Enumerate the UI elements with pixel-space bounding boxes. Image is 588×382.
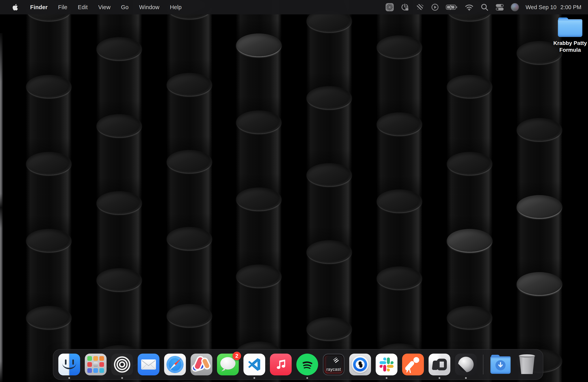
siri-icon[interactable] (511, 3, 519, 11)
cylinder-cap (517, 118, 562, 141)
cylinder-cap (26, 229, 71, 252)
dock-item-mail[interactable] (138, 354, 159, 375)
running-indicator (465, 377, 467, 379)
wifi-icon[interactable] (464, 3, 474, 11)
cylinder-cap (307, 317, 352, 340)
cylinder-cap (236, 110, 281, 133)
wallpaper-cylinder-column (236, 0, 281, 382)
running-indicator (439, 377, 441, 379)
cylinder-cap (447, 306, 492, 329)
menu-bar-right: Wed Sep 10 2:00 PM (386, 3, 581, 12)
cylinder-cap (236, 33, 281, 56)
cylinder-cap (447, 152, 492, 175)
cylinder-cap (377, 190, 422, 212)
menu-item-file[interactable]: File (53, 4, 73, 10)
cylinder-cap (236, 188, 281, 211)
cylinder-cap (26, 306, 71, 329)
folder-icon (558, 18, 582, 37)
power-lock-icon[interactable] (400, 3, 409, 12)
macos-desktop: { "menu_bar": { "active_app": "Finder", … (0, 0, 588, 382)
cylinder-cap (167, 150, 212, 173)
cylinder-cap (26, 152, 71, 175)
burst-app-icon[interactable] (386, 3, 394, 11)
dock-item-slack[interactable] (376, 354, 398, 375)
folder-body (558, 19, 582, 37)
dock-item-downloads-folder[interactable] (490, 354, 511, 375)
cylinder-cap (307, 86, 352, 109)
dock-item-raycast[interactable]: raycast (323, 354, 345, 375)
menu-item-window[interactable]: Window (134, 4, 165, 10)
spotlight-search-icon[interactable] (481, 3, 489, 11)
cylinder-cap (167, 227, 212, 250)
dock-item-concentric-rings-app[interactable] (111, 354, 133, 375)
cylinder-cap (307, 163, 352, 186)
cylinder-cap (377, 35, 422, 58)
cylinder-cap (377, 112, 422, 135)
cylinder-cap (307, 240, 352, 263)
wallpaper-cylinder-column (517, 0, 562, 382)
apple-menu-icon[interactable] (8, 3, 22, 11)
striped-flag-icon[interactable] (416, 3, 424, 11)
running-indicator (306, 377, 308, 379)
cylinder-cap (517, 195, 562, 218)
running-indicator (386, 377, 388, 379)
wallpaper-cylinder-column (447, 0, 492, 382)
notification-badge: 2 (232, 352, 241, 360)
control-center-icon[interactable] (495, 3, 504, 12)
wallpaper-cylinder-column (377, 0, 422, 382)
dock-item-linear[interactable] (455, 354, 477, 375)
dock-item-finder[interactable] (58, 354, 80, 375)
now-playing-icon[interactable] (431, 3, 439, 11)
cylinder-cap (97, 114, 142, 137)
desktop-folder-krabby-patty-formula[interactable]: Krabby Patty Formula (549, 18, 588, 53)
menu-bar: FinderFileEditViewGoWindowHelp Wed Sep 1… (0, 0, 588, 14)
cylinder-cap (26, 75, 71, 98)
dock-item-apple-music[interactable] (270, 354, 292, 375)
menu-items: FinderFileEditViewGoWindowHelp (25, 4, 187, 11)
menu-item-help[interactable]: Help (165, 4, 187, 10)
cylinder-cap (517, 272, 562, 295)
raycast-icon-text: raycast (324, 367, 344, 372)
dock-item-messages[interactable]: 2 (217, 354, 239, 375)
cylinder-base-shadow (307, 381, 352, 382)
dock-item-1password[interactable] (349, 354, 371, 375)
menu-item-finder[interactable]: Finder (25, 4, 53, 10)
cylinder-cap (97, 268, 142, 291)
dock-item-postman[interactable] (402, 354, 424, 375)
running-indicator (68, 377, 70, 379)
dock-divider (483, 355, 483, 374)
status-icons (386, 3, 519, 12)
menu-item-edit[interactable]: Edit (73, 4, 93, 10)
running-indicator (253, 377, 255, 379)
cylinder-cap (447, 229, 492, 252)
menu-bar-clock[interactable]: Wed Sep 10 2:00 PM (525, 4, 581, 11)
menu-item-go[interactable]: Go (116, 4, 134, 10)
cylinder-cap (97, 37, 142, 60)
cylinder-cap (447, 75, 492, 98)
wallpaper-cylinder-column (97, 0, 142, 382)
dock-item-safari[interactable] (164, 354, 186, 375)
cylinder-cap (236, 265, 281, 287)
wallpaper-edge-cylinder (0, 33, 3, 382)
menu-bar-left: FinderFileEditViewGoWindowHelp (8, 3, 187, 11)
dock: 2raycast (53, 349, 543, 380)
desktop-wallpaper (0, 0, 588, 382)
dock-item-arc-browser[interactable] (190, 354, 212, 375)
running-indicator (121, 377, 123, 379)
dock-item-spotify[interactable] (296, 354, 318, 375)
dock-item-trash[interactable] (516, 354, 538, 375)
dock-item-launchpad[interactable] (85, 354, 106, 375)
wallpaper-cylinder-column (26, 0, 71, 382)
dock-item-vscode[interactable] (243, 354, 265, 375)
cylinder-cap (97, 191, 142, 214)
cylinder-cap (167, 304, 212, 327)
cylinder-cap (377, 266, 422, 289)
menu-item-view[interactable]: View (93, 4, 116, 10)
wallpaper-cylinder-column (167, 0, 212, 382)
dock-item-overlapping-squares-app[interactable] (429, 354, 450, 375)
menu-bar-date: Wed Sep 10 (525, 4, 556, 11)
cylinder-cap (167, 73, 212, 96)
menu-bar-time: 2:00 PM (560, 4, 581, 11)
battery-charging-icon[interactable] (446, 4, 458, 10)
desktop-folder-label: Krabby Patty Formula (549, 40, 588, 53)
